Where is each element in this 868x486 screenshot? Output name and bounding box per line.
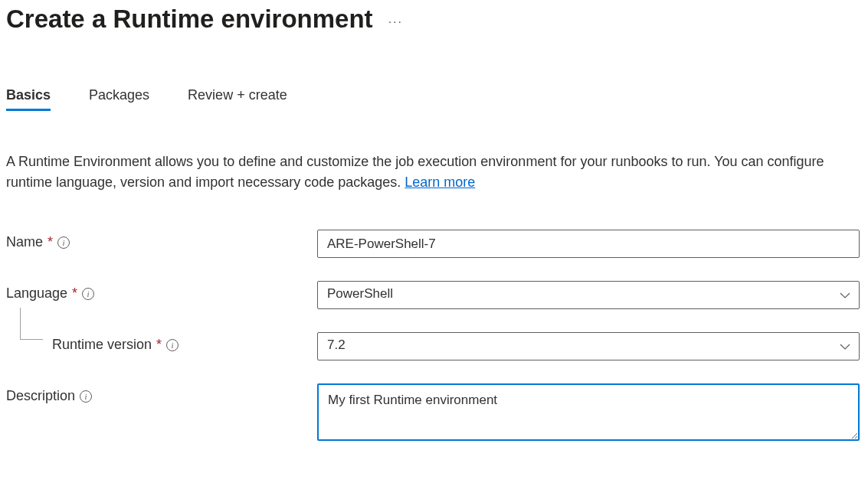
intro-text: A Runtime Environment allows you to defi… <box>6 152 857 193</box>
page-title: Create a Runtime environment <box>6 5 373 34</box>
tab-packages[interactable]: Packages <box>89 87 149 109</box>
runtime-version-select[interactable]: 7.2 <box>317 332 860 360</box>
language-select[interactable]: PowerShell <box>317 281 860 309</box>
info-icon[interactable]: i <box>166 339 179 351</box>
description-textarea[interactable] <box>317 383 860 441</box>
required-indicator: * <box>47 234 53 250</box>
tabs: Basics Packages Review + create <box>6 87 862 109</box>
language-label: Language * i <box>6 281 317 302</box>
info-icon[interactable]: i <box>57 236 70 249</box>
indent-connector <box>20 308 43 340</box>
name-label-text: Name <box>6 234 43 250</box>
runtime-version-label-text: Runtime version <box>52 337 152 353</box>
description-label-text: Description <box>6 388 75 404</box>
language-label-text: Language <box>6 285 67 302</box>
required-indicator: * <box>72 285 77 302</box>
required-indicator: * <box>156 337 162 353</box>
description-label: Description i <box>6 383 317 404</box>
tab-basics[interactable]: Basics <box>6 87 51 109</box>
runtime-version-label: Runtime version * i <box>6 332 317 353</box>
name-input[interactable] <box>317 230 860 258</box>
name-label: Name * i <box>6 230 317 250</box>
info-icon[interactable]: i <box>80 390 92 403</box>
info-icon[interactable]: i <box>82 288 94 300</box>
tab-review-create[interactable]: Review + create <box>188 87 287 109</box>
more-actions-icon[interactable]: ··· <box>388 9 403 29</box>
learn-more-link[interactable]: Learn more <box>405 175 475 190</box>
